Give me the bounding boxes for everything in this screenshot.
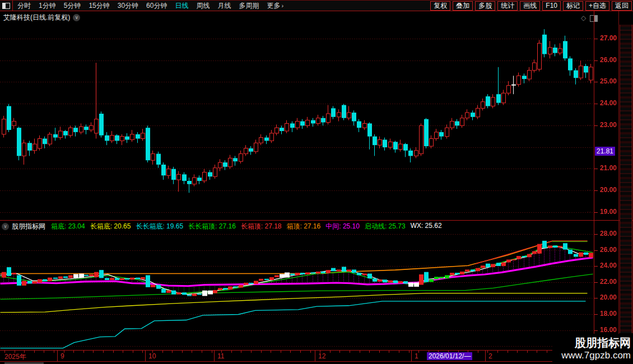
toolbar-button-3[interactable]: 多股	[475, 1, 495, 11]
toolbar-button-9[interactable]: 返回	[612, 1, 632, 11]
indicator-value-3: 长长箱底: 19.65	[136, 222, 183, 231]
price-label: 23.00	[600, 121, 617, 129]
price-label: 19.00	[600, 208, 617, 216]
indicator-value-6: 箱顶: 27.16	[287, 222, 321, 231]
month-separator	[485, 351, 486, 361]
split-window-icon	[2, 3, 10, 9]
period-tab-11[interactable]: 更多›	[267, 1, 283, 11]
axis-tick	[594, 314, 598, 315]
indicator-values: 箱底: 23.04长箱底: 20.65长长箱底: 19.65长长箱顶: 27.1…	[51, 222, 447, 231]
axis-tick	[594, 330, 598, 331]
date-label: 2	[488, 352, 492, 360]
date-tick	[379, 351, 380, 353]
axis-tick	[594, 104, 598, 104]
date-label: 10	[148, 352, 156, 360]
indicator-price-label: 20.00	[600, 293, 617, 301]
axis-tick	[594, 282, 598, 283]
toolbar-button-2[interactable]: 叠加	[453, 1, 473, 11]
axis-tick	[594, 250, 598, 251]
axis-tick	[594, 266, 598, 267]
period-tab-8[interactable]: 周线	[196, 1, 210, 11]
date-tick	[271, 351, 271, 353]
axis-tick	[594, 169, 598, 169]
date-tick	[133, 351, 133, 353]
axis-dots: ··	[587, 57, 592, 63]
indicator-source-name[interactable]: 股朋指标网	[12, 222, 45, 231]
axis-tick	[594, 60, 598, 61]
month-separator	[145, 351, 146, 361]
month-separator	[57, 351, 58, 361]
chart-title-row: 艾隆科技(日线.前复权) ∨	[0, 12, 633, 22]
indicator-price-label: 24.00	[600, 262, 617, 269]
axis-dots: ··	[587, 78, 592, 84]
panel-divider-line	[0, 220, 633, 221]
date-axis: 2025年910111212026/01/12/—2	[0, 350, 633, 362]
toolbar-button-7[interactable]: 标记	[563, 1, 583, 11]
diamond-marker-icon[interactable]: ◇	[581, 14, 586, 22]
watermark-box: 股朋指标网 www.7gpzb.com	[552, 334, 633, 363]
date-label: 2025年	[4, 352, 26, 362]
date-tick	[182, 351, 183, 353]
axis-divider-line	[594, 11, 594, 362]
indicator-value-2: 长箱底: 20.65	[90, 222, 131, 231]
date-tick	[142, 351, 143, 353]
date-tick	[241, 351, 241, 353]
period-tab-1[interactable]: 分时	[17, 1, 31, 11]
period-tab-3[interactable]: 5分钟	[64, 1, 81, 11]
watermark-url: www.7gpzb.com	[561, 349, 631, 361]
stock-title: 艾隆科技(日线.前复权)	[3, 13, 70, 22]
period-tab-9[interactable]: 月线	[217, 1, 231, 11]
price-label: 24.00	[600, 99, 617, 107]
indicator-header: ∨ 股朋指标网 箱底: 23.04长箱底: 20.65长长箱底: 19.65长长…	[0, 221, 594, 232]
date-tick	[123, 351, 123, 353]
window-layout-button[interactable]	[0, 1, 13, 11]
indicator-price-label: 18.00	[600, 310, 617, 318]
date-tick	[409, 351, 409, 353]
price-label: 25.00	[600, 77, 617, 85]
period-tab-2[interactable]: 1分钟	[39, 1, 56, 11]
date-tick	[212, 351, 212, 353]
toolbar-button-4[interactable]: 统计	[497, 1, 518, 11]
toolbar-button-6[interactable]: F10	[542, 1, 561, 11]
indicator-price-label: 22.00	[600, 278, 617, 286]
axis-tick	[594, 212, 598, 213]
period-tab-7[interactable]: 日线	[175, 1, 188, 11]
toolbar-button-8[interactable]: +自选	[585, 1, 609, 11]
date-tick	[261, 351, 262, 353]
date-tick	[547, 351, 547, 353]
date-tick	[418, 351, 419, 353]
selected-date-badge: 2026/01/12/—	[427, 352, 472, 360]
date-tick	[537, 351, 537, 353]
toolbar-button-5[interactable]: 画线	[520, 1, 540, 11]
indicator-price-label: 28.00	[600, 230, 617, 237]
date-tick	[113, 351, 114, 353]
axis-tick	[594, 298, 598, 298]
period-tab-5[interactable]: 30分钟	[118, 1, 138, 11]
date-tick	[369, 351, 370, 353]
title-chevron-down-icon[interactable]: ∨	[73, 14, 80, 21]
indicator-value-1: 箱底: 23.04	[51, 222, 85, 231]
date-tick	[231, 351, 232, 353]
month-separator	[411, 351, 412, 361]
period-tab-4[interactable]: 15分钟	[89, 1, 109, 11]
indicator-panel-chart[interactable]	[0, 232, 594, 350]
date-label: 9	[60, 352, 64, 360]
period-tab-6[interactable]: 60分钟	[146, 1, 167, 11]
axis-dots: ··	[587, 100, 592, 106]
period-tab-10[interactable]: 多周期	[239, 1, 259, 11]
trading-app-window: 分时1分钟5分钟15分钟30分钟60分钟日线周线月线多周期更多› 复权叠加多股统…	[0, 0, 633, 364]
main-candlestick-chart[interactable]	[0, 22, 594, 220]
date-tick	[93, 351, 94, 353]
date-tick	[350, 351, 350, 353]
indicator-value-8: 启动线: 25.73	[365, 222, 406, 231]
indicator-value-7: 中间: 25.10	[325, 222, 360, 231]
date-tick	[517, 351, 518, 353]
axis-dots: ··	[587, 187, 592, 193]
date-label: 1	[415, 352, 418, 360]
indicator-collapse-icon[interactable]: ∨	[2, 223, 9, 230]
date-tick	[330, 351, 331, 353]
top-toolbar: 分时1分钟5分钟15分钟30分钟60分钟日线周线月线多周期更多› 复权叠加多股统…	[0, 0, 633, 11]
axis-tick	[594, 39, 598, 39]
axis-tick	[594, 125, 598, 126]
toolbar-button-1[interactable]: 复权	[430, 1, 450, 11]
